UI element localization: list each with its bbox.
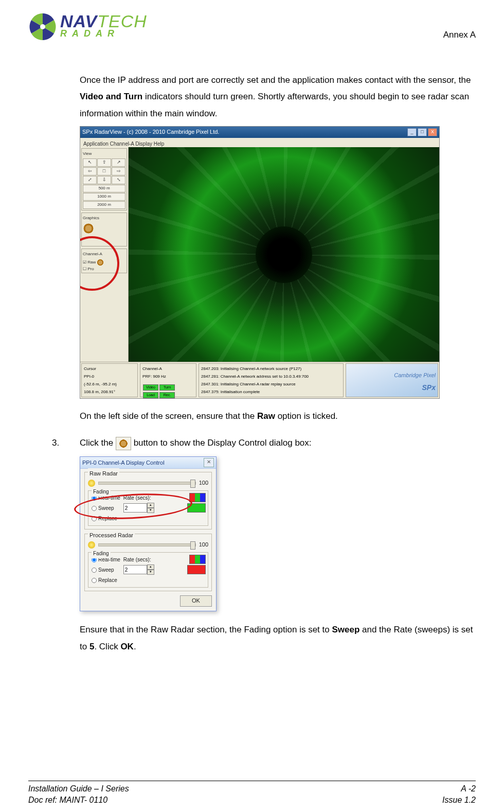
color-picker[interactable]	[189, 555, 206, 564]
range-2000[interactable]: 2000 m	[83, 201, 125, 209]
display-control-dialog: PPI-0 Channel-A Display Control ✕ Raw Ra…	[80, 456, 217, 611]
center-icon[interactable]: □	[97, 167, 111, 175]
annex-label: Annex A	[443, 10, 476, 40]
maximize-icon[interactable]: □	[418, 128, 427, 136]
step-3-text: Click the button to show the Display Con…	[80, 435, 312, 451]
ne-icon[interactable]: ↗	[112, 158, 125, 167]
status-bar: Cursor PPI-0 (-52.6 m, -95.2 m) 108.8 m,…	[80, 362, 439, 398]
spin-down-icon: ▼	[147, 570, 154, 575]
fading-sweep-radio[interactable]: Sweep	[92, 565, 120, 575]
footer-issue: Issue 1.2	[442, 796, 476, 805]
step-number: 3.	[52, 435, 74, 451]
footer-doc-title: Installation Guide – I Series	[28, 784, 129, 793]
brightness-icon	[88, 541, 95, 549]
ok-button[interactable]: OK	[180, 595, 212, 607]
footer-page-num: A -2	[461, 784, 476, 793]
brightness-icon	[88, 480, 95, 487]
brightness-slider[interactable]	[98, 482, 196, 485]
radarview-screenshot: SPx RadarView - (c) 2008 - 2010 Cambridg…	[80, 126, 440, 399]
pinwheel-icon	[28, 12, 57, 41]
spin-up-icon: ▲	[147, 503, 154, 508]
close-icon[interactable]: X	[428, 128, 437, 136]
minimize-icon[interactable]: _	[407, 128, 417, 136]
video-badge: Video	[143, 384, 158, 391]
down-icon[interactable]: ⇩	[97, 176, 111, 184]
paragraph-3: Ensure that in the Raw Radar section, th…	[80, 622, 476, 655]
window-title: SPx RadarView - (c) 2008 - 2010 Cambridg…	[82, 127, 219, 137]
page-footer: Installation Guide – I Series A -2 Doc r…	[28, 781, 476, 805]
range-500[interactable]: 500 m	[83, 185, 125, 192]
log-output: 2847.203: Initialising Channel-A network…	[199, 363, 344, 397]
svg-point-0	[40, 24, 45, 29]
logo: NAVTECH RADAR	[28, 10, 188, 41]
brightness-slider[interactable]	[98, 543, 196, 546]
fading-replace-radio[interactable]: Replace	[92, 514, 120, 523]
rate-spinner[interactable]: ▲▼	[123, 503, 154, 513]
turn-badge: Turn	[159, 384, 175, 391]
zoomin-icon[interactable]: ⤡	[112, 176, 125, 184]
gear-icon[interactable]	[83, 223, 94, 234]
dialog-title: PPI-0 Channel-A Display Control	[82, 457, 165, 468]
gear-button-icon[interactable]	[116, 437, 131, 450]
paragraph-1: Once the IP address and port are correct…	[80, 72, 476, 122]
fading-sweep-radio[interactable]: Sweep	[92, 503, 120, 513]
left-icon[interactable]: ⇦	[83, 167, 97, 175]
range-1000[interactable]: 1000 m	[83, 193, 125, 201]
load-badge: Load	[143, 392, 158, 398]
spin-up-icon: ▲	[147, 564, 154, 570]
close-icon[interactable]: ✕	[204, 458, 214, 467]
right-icon[interactable]: ⇨	[112, 167, 125, 175]
zoomout-icon[interactable]: ⤢	[83, 176, 97, 184]
color-swatch[interactable]	[187, 503, 206, 513]
fading-replace-radio[interactable]: Replace	[92, 575, 120, 585]
footer-doc-ref: Doc ref: MAINT- 0110	[28, 796, 107, 805]
spin-down-icon: ▼	[147, 508, 154, 513]
nw-icon[interactable]: ↖	[83, 158, 97, 167]
color-picker[interactable]	[189, 493, 206, 502]
rec-badge: Rec.	[159, 392, 175, 398]
paragraph-2: On the left side of the screen, ensure t…	[80, 408, 476, 425]
rate-spinner[interactable]: ▲▼	[123, 564, 154, 575]
color-swatch[interactable]	[187, 565, 206, 574]
up-icon[interactable]: ⇧	[97, 158, 111, 167]
radar-ppi-display[interactable]	[129, 147, 439, 362]
